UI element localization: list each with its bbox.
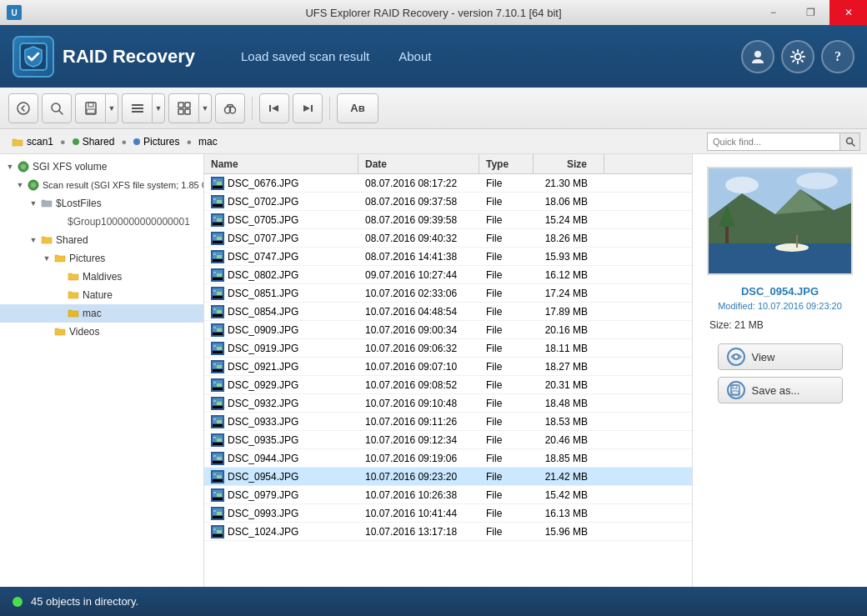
table-row[interactable]: DSC_0707.JPG 08.07.2016 09:40:32 File 18… [204,229,692,248]
table-row[interactable]: DSC_0921.JPG 10.07.2016 09:07:10 File 18… [204,358,692,376]
file-thumb-icon [211,287,224,300]
next-file-button[interactable] [293,93,323,123]
path-sep-3: ● [186,137,192,147]
path-segment-pictures[interactable]: Pictures [128,134,184,149]
col-header-type[interactable]: Type [479,154,534,173]
tree-item-sgi-xfs[interactable]: ▼ SGI XFS volume [0,158,203,176]
svg-rect-89 [213,388,223,390]
table-row[interactable]: DSC_0929.JPG 10.07.2016 09:08:52 File 20… [204,376,692,394]
user-button[interactable] [741,40,774,73]
next-icon [301,102,314,115]
grid-view-dropdown[interactable]: ▼ [198,93,212,123]
table-row[interactable]: DSC_0705.JPG 08.07.2016 09:39:58 File 15… [204,211,692,229]
tree-item-scan-result[interactable]: ▼ Scan result (SGI XFS file system; 1.85… [0,176,203,194]
svg-rect-114 [213,479,223,482]
file-name-cell: DSC_0932.JPG [204,397,358,410]
table-row[interactable]: DSC_0933.JPG 10.07.2016 09:11:26 File 18… [204,413,692,431]
find-button[interactable] [215,93,245,123]
tree-item-shared[interactable]: ▼ Shared [0,231,203,249]
about-link[interactable]: About [386,43,444,70]
maximize-button[interactable]: ❐ [792,0,829,25]
table-row[interactable]: DSC_0854.JPG 10.07.2016 04:48:54 File 17… [204,303,692,321]
tree-item-nature[interactable]: Nature [0,286,203,304]
col-header-name[interactable]: Name [204,154,358,173]
table-row[interactable]: DSC_0944.JPG 10.07.2016 09:19:06 File 18… [204,449,692,468]
save-button[interactable] [75,93,105,123]
file-list-body: DSC_0676.JPG 08.07.2016 08:17:22 File 21… [204,174,692,587]
file-date-cell: 10.07.2016 13:17:18 [358,526,479,538]
tree-item-lostfiles[interactable]: ▼ $LostFiles [0,194,203,213]
table-row[interactable]: DSC_0993.JPG 10.07.2016 10:41:44 File 16… [204,504,692,523]
table-row[interactable]: DSC_1024.JPG 10.07.2016 13:17:18 File 15… [204,523,692,541]
table-row[interactable]: DSC_0802.JPG 09.07.2016 10:27:44 File 16… [204,266,692,284]
view-button[interactable]: View [718,343,843,370]
table-row[interactable]: DSC_0954.JPG 10.07.2016 09:23:20 File 21… [204,468,692,486]
svg-rect-97 [213,418,216,420]
tree-item-group[interactable]: $Group1000000000000001 [0,213,203,231]
tree-item-mac[interactable]: mac [0,304,203,323]
save-as-button[interactable]: Save as... [718,377,843,403]
preview-filename: DSC_0954.JPG [741,285,819,298]
list-view-dropdown[interactable]: ▼ [152,93,165,123]
file-date-cell: 08.07.2016 09:39:58 [358,214,479,226]
file-size-cell: 18.26 MB [534,233,604,244]
tree-item-pictures[interactable]: ▼ Pictures [0,249,203,268]
table-row[interactable]: DSC_0851.JPG 10.07.2016 02:33:06 File 17… [204,284,692,303]
file-name-cell: DSC_0854.JPG [204,305,358,318]
svg-rect-23 [311,105,313,112]
minimize-button[interactable]: − [754,0,792,25]
file-type-cell: File [479,398,534,409]
path-segment-mac[interactable]: mac [193,134,223,149]
table-row[interactable]: DSC_0979.JPG 10.07.2016 10:26:38 File 15… [204,486,692,504]
table-row[interactable]: DSC_0702.JPG 08.07.2016 09:37:58 File 18… [204,193,692,211]
svg-rect-52 [213,253,216,255]
list-view-button[interactable] [122,93,152,123]
table-row[interactable]: DSC_0935.JPG 10.07.2016 09:12:34 File 20… [204,431,692,449]
svg-rect-49 [213,241,223,243]
svg-point-6 [18,103,29,114]
table-row[interactable]: DSC_0909.JPG 10.07.2016 09:00:34 File 20… [204,321,692,339]
settings-button[interactable] [781,40,814,73]
prev-file-button[interactable] [259,93,289,123]
table-row[interactable]: DSC_0932.JPG 10.07.2016 09:10:48 File 18… [204,394,692,413]
app-logo: RAID Recovery [13,36,195,78]
gear-icon [789,48,806,65]
grid-view-button[interactable] [168,93,198,123]
save-dropdown[interactable]: ▼ [105,93,118,123]
file-type-cell: File [479,288,534,299]
back-button[interactable] [8,93,38,123]
svg-rect-118 [217,493,222,497]
help-button[interactable]: ? [821,40,854,73]
file-type-cell: File [479,196,534,208]
table-row[interactable]: DSC_0919.JPG 10.07.2016 09:06:32 File 18… [204,339,692,358]
main-content: ▼ SGI XFS volume ▼ Scan result (SGI XFS … [0,154,867,587]
table-row[interactable]: DSC_0747.JPG 08.07.2016 14:41:38 File 15… [204,248,692,266]
expand-sgi: ▼ [3,160,17,173]
file-name-cell: DSC_0802.JPG [204,268,358,282]
path-segment-shared[interactable]: Shared [68,134,120,149]
svg-rect-62 [213,290,216,292]
svg-rect-77 [213,345,216,347]
file-type-cell: File [479,178,534,189]
file-list-header: Name Date Type Size [204,154,692,174]
close-button[interactable]: ✕ [829,0,867,25]
tree-item-videos[interactable]: Videos [0,323,203,341]
file-name-cell: DSC_0979.JPG [204,488,358,502]
svg-rect-53 [217,255,222,258]
header-nav: Load saved scan result About [228,43,741,70]
quick-find-input[interactable] [707,133,840,151]
font-button[interactable]: Aв [337,93,378,123]
tree-item-maldives[interactable]: Maldives [0,268,203,286]
col-header-size[interactable]: Size [534,154,604,173]
path-mac: mac [198,136,218,148]
search-button[interactable] [42,93,72,123]
col-header-date[interactable]: Date [358,154,479,173]
table-row[interactable]: DSC_0676.JPG 08.07.2016 08:17:22 File 21… [204,174,692,193]
file-name-cell: DSC_1024.JPG [204,525,358,538]
path-segment-root[interactable]: scan1 [7,134,58,149]
quick-find-button[interactable] [840,133,860,151]
file-name: DSC_0935.JPG [228,434,298,446]
svg-rect-74 [213,333,223,335]
load-scan-link[interactable]: Load saved scan result [228,43,382,70]
svg-rect-88 [217,383,222,387]
